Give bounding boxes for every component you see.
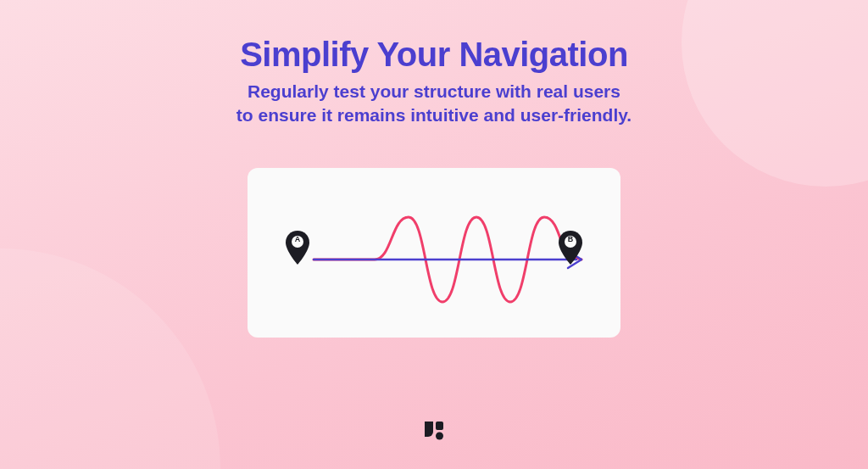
svg-rect-3 bbox=[436, 422, 443, 430]
brand-logo-icon bbox=[423, 420, 445, 442]
map-pin-b-label: B bbox=[558, 235, 583, 243]
page-title: Simplify Your Navigation bbox=[0, 36, 868, 74]
map-pin-a-icon: A bbox=[285, 231, 310, 265]
infographic-canvas: Simplify Your Navigation Regularly test … bbox=[0, 0, 868, 469]
illustration-card: A B bbox=[248, 168, 620, 338]
svg-point-4 bbox=[436, 433, 443, 440]
decorative-blob-bottom-left bbox=[0, 248, 220, 469]
page-subtitle: Regularly test your structure with real … bbox=[0, 80, 868, 127]
map-pin-b-icon: B bbox=[558, 231, 583, 265]
map-pin-a-label: A bbox=[285, 235, 310, 243]
